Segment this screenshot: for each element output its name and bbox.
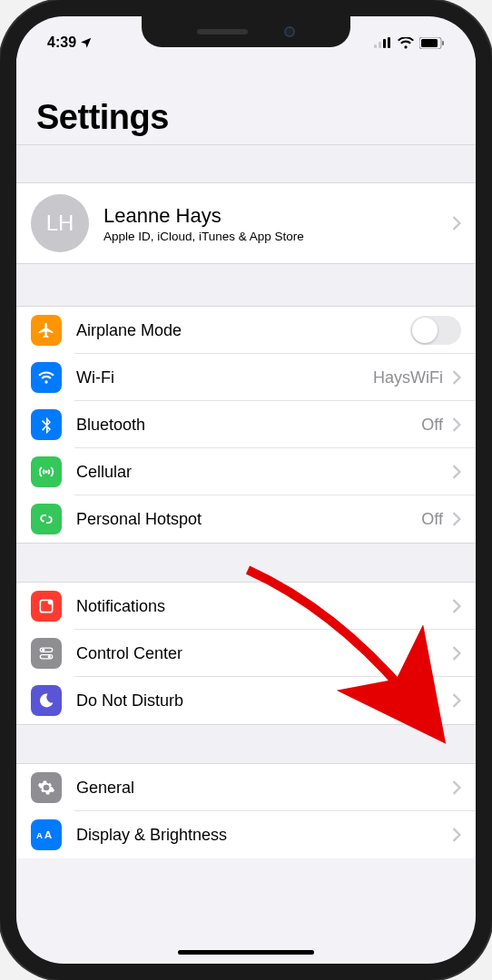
connectivity-section: Airplane Mode Wi-Fi HaysWiFi Bluetooth O… bbox=[16, 307, 476, 543]
personal-hotspot-row[interactable]: Personal Hotspot Off bbox=[16, 495, 476, 543]
home-indicator[interactable] bbox=[178, 950, 314, 955]
apple-id-row[interactable]: LH Leanne Hays Apple ID, iCloud, iTunes … bbox=[16, 183, 476, 263]
wifi-status-icon bbox=[398, 37, 414, 49]
profile-name: Leanne Hays bbox=[103, 204, 452, 228]
airplane-mode-toggle[interactable] bbox=[410, 316, 461, 345]
avatar-initials: LH bbox=[46, 211, 74, 236]
avatar: LH bbox=[31, 194, 89, 252]
svg-text:A: A bbox=[44, 828, 53, 840]
chevron-right-icon bbox=[452, 693, 461, 708]
page-title: Settings bbox=[36, 98, 456, 137]
location-arrow-icon bbox=[80, 36, 93, 49]
section-gap bbox=[16, 145, 476, 183]
chevron-right-icon bbox=[452, 465, 461, 479]
svg-point-10 bbox=[42, 649, 44, 652]
wifi-icon bbox=[31, 362, 62, 393]
wifi-row[interactable]: Wi-Fi HaysWiFi bbox=[16, 354, 476, 401]
svg-rect-0 bbox=[374, 44, 377, 48]
svg-point-12 bbox=[48, 655, 51, 658]
row-label: Display & Brightness bbox=[76, 826, 452, 845]
control-center-icon bbox=[31, 638, 62, 669]
row-value: Off bbox=[421, 416, 443, 435]
section-gap bbox=[16, 543, 476, 583]
svg-text:A: A bbox=[36, 830, 43, 840]
row-label: Personal Hotspot bbox=[76, 510, 421, 529]
do-not-disturb-row[interactable]: Do Not Disturb bbox=[16, 677, 476, 724]
chevron-right-icon bbox=[452, 512, 461, 526]
hotspot-icon bbox=[31, 504, 62, 534]
screen: 4:39 S bbox=[16, 16, 476, 964]
chevron-right-icon bbox=[452, 417, 461, 432]
dnd-icon bbox=[31, 685, 62, 716]
cellular-signal-icon bbox=[374, 37, 392, 48]
control-center-row[interactable]: Control Center bbox=[16, 630, 476, 677]
notifications-row[interactable]: Notifications bbox=[16, 583, 476, 630]
display-icon: AA bbox=[31, 819, 62, 850]
chevron-right-icon bbox=[452, 646, 461, 661]
profile-section: LH Leanne Hays Apple ID, iCloud, iTunes … bbox=[16, 183, 476, 263]
svg-rect-6 bbox=[442, 41, 444, 45]
row-label: Wi-Fi bbox=[76, 368, 373, 387]
row-label: Control Center bbox=[76, 644, 452, 663]
chevron-right-icon bbox=[452, 828, 461, 842]
page-header: Settings bbox=[16, 58, 476, 144]
svg-rect-5 bbox=[421, 39, 438, 47]
svg-rect-3 bbox=[388, 37, 390, 48]
battery-icon bbox=[419, 37, 445, 49]
section-gap bbox=[16, 263, 476, 307]
row-value: HaysWiFi bbox=[373, 368, 443, 387]
cellular-icon bbox=[31, 456, 62, 487]
bluetooth-row[interactable]: Bluetooth Off bbox=[16, 401, 476, 448]
chevron-right-icon bbox=[452, 370, 461, 385]
svg-rect-1 bbox=[379, 42, 381, 48]
airplane-mode-row[interactable]: Airplane Mode bbox=[16, 307, 476, 354]
general-row[interactable]: General bbox=[16, 764, 476, 811]
general-icon bbox=[31, 772, 62, 803]
display-brightness-row[interactable]: AA Display & Brightness bbox=[16, 811, 476, 858]
row-label: Do Not Disturb bbox=[76, 691, 452, 710]
cellular-row[interactable]: Cellular bbox=[16, 448, 476, 495]
chevron-right-icon bbox=[452, 780, 461, 795]
alerts-section: Notifications Control Center Do Not Dist… bbox=[16, 583, 476, 724]
chevron-right-icon bbox=[452, 599, 461, 613]
general-section: General AA Display & Brightness bbox=[16, 764, 476, 858]
airplane-icon bbox=[31, 315, 62, 346]
notch bbox=[142, 16, 350, 47]
notifications-icon bbox=[31, 591, 62, 622]
row-label: General bbox=[76, 779, 452, 798]
bluetooth-icon bbox=[31, 409, 62, 440]
profile-subtitle: Apple ID, iCloud, iTunes & App Store bbox=[103, 230, 452, 243]
row-value: Off bbox=[421, 510, 443, 529]
row-label: Cellular bbox=[76, 463, 452, 482]
chevron-right-icon bbox=[452, 216, 461, 230]
row-label: Airplane Mode bbox=[76, 321, 410, 340]
row-label: Notifications bbox=[76, 597, 452, 616]
row-label: Bluetooth bbox=[76, 416, 421, 435]
svg-rect-2 bbox=[383, 39, 386, 48]
svg-point-8 bbox=[48, 600, 53, 604]
iphone-frame: 4:39 S bbox=[0, 0, 492, 980]
status-time: 4:39 bbox=[47, 34, 76, 51]
section-gap bbox=[16, 724, 476, 764]
